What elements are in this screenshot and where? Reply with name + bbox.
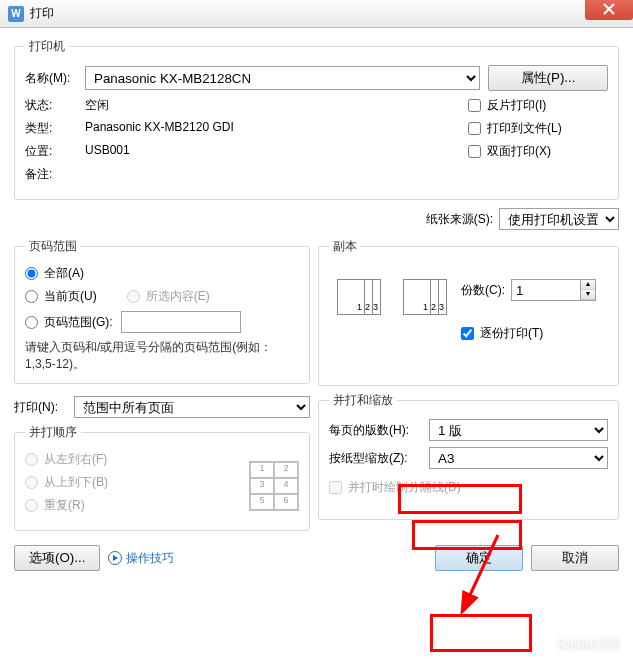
type-label: 类型:	[25, 120, 85, 137]
pages-per-sheet-label: 每页的版数(H):	[329, 422, 429, 439]
collate-icon: 3 2 1 3 2 1	[337, 279, 453, 329]
current-radio[interactable]	[25, 290, 38, 303]
name-label: 名称(M):	[25, 70, 85, 87]
page-range-hint: 请键入页码和/或用逗号分隔的页码范围(例如：1,3,5-12)。	[25, 339, 299, 373]
current-label: 当前页(U)	[44, 288, 97, 305]
order-preview-icon: 12 34 56	[249, 461, 299, 511]
scale-to-select[interactable]: A3	[429, 447, 608, 469]
titlebar: W 打印	[0, 0, 633, 28]
scaling-group: 并打和缩放 每页的版数(H): 1 版 按纸型缩放(Z): A3 并打时绘制分隔…	[318, 392, 619, 520]
print-order-group: 并打顺序 从左到右(F) 从上到下(B) 重复(R) 12 34 56	[14, 424, 310, 531]
duplex-label: 双面打印(X)	[487, 143, 551, 160]
paper-source-label: 纸张来源(S):	[426, 211, 493, 228]
print-to-file-label: 打印到文件(L)	[487, 120, 562, 137]
print-to-file-checkbox[interactable]	[468, 122, 481, 135]
play-icon	[108, 551, 122, 565]
pages-input[interactable]	[121, 311, 241, 333]
duplex-checkbox[interactable]	[468, 145, 481, 158]
print-what-label: 打印(N):	[14, 399, 74, 416]
left-right-label: 从左到右(F)	[44, 451, 107, 468]
pages-per-sheet-select[interactable]: 1 版	[429, 419, 608, 441]
selection-label: 所选内容(E)	[146, 288, 210, 305]
draw-lines-label: 并打时绘制分隔线(D)	[348, 479, 461, 496]
copies-group: 副本 3 2 1 3 2 1	[318, 238, 619, 386]
selection-radio	[127, 290, 140, 303]
pages-radio[interactable]	[25, 316, 38, 329]
location-value: USB001	[85, 143, 130, 160]
page-range-legend: 页码范围	[25, 238, 81, 255]
left-right-radio	[25, 453, 38, 466]
top-bottom-label: 从上到下(B)	[44, 474, 108, 491]
properties-button[interactable]: 属性(P)...	[488, 65, 608, 91]
app-icon: W	[8, 6, 24, 22]
close-button[interactable]	[585, 0, 633, 20]
type-value: Panasonic KX-MB2120 GDI	[85, 120, 234, 137]
pages-label: 页码范围(G):	[44, 314, 113, 331]
comment-label: 备注:	[25, 166, 85, 183]
collate-checkbox[interactable]	[461, 327, 474, 340]
paper-source-select[interactable]: 使用打印机设置	[499, 208, 619, 230]
all-radio[interactable]	[25, 267, 38, 280]
print-order-legend: 并打顺序	[25, 424, 81, 441]
location-label: 位置:	[25, 143, 85, 160]
status-value: 空闲	[85, 97, 109, 114]
repeat-radio	[25, 499, 38, 512]
print-dialog: 打印机 名称(M): Panasonic KX-MB2128CN 属性(P)..…	[0, 28, 633, 666]
copies-legend: 副本	[329, 238, 361, 255]
ok-button[interactable]: 确定	[435, 545, 523, 571]
copies-input[interactable]	[511, 279, 581, 301]
status-label: 状态:	[25, 97, 85, 114]
window-title: 打印	[30, 5, 54, 22]
copies-count-label: 份数(C):	[461, 282, 505, 299]
printer-legend: 打印机	[25, 38, 69, 55]
reverse-print-checkbox[interactable]	[468, 99, 481, 112]
reverse-print-label: 反片打印(I)	[487, 97, 546, 114]
collate-label: 逐份打印(T)	[480, 325, 543, 342]
draw-lines-checkbox	[329, 481, 342, 494]
repeat-label: 重复(R)	[44, 497, 85, 514]
options-button[interactable]: 选项(O)...	[14, 545, 100, 571]
scaling-legend: 并打和缩放	[329, 392, 397, 409]
tips-link[interactable]: 操作技巧	[108, 550, 174, 567]
printer-group: 打印机 名称(M): Panasonic KX-MB2128CN 属性(P)..…	[14, 38, 619, 200]
print-what-select[interactable]: 范围中所有页面	[74, 396, 310, 418]
page-range-group: 页码范围 全部(A) 当前页(U) 所选内容(E) 页码范围(G): 请键入页码…	[14, 238, 310, 384]
printer-name-select[interactable]: Panasonic KX-MB2128CN	[85, 66, 480, 90]
all-label: 全部(A)	[44, 265, 84, 282]
cancel-button[interactable]: 取消	[531, 545, 619, 571]
copies-spinner[interactable]: ▲▼	[580, 279, 596, 301]
top-bottom-radio	[25, 476, 38, 489]
watermark: Baidu经验	[557, 636, 621, 654]
scale-to-label: 按纸型缩放(Z):	[329, 450, 429, 467]
